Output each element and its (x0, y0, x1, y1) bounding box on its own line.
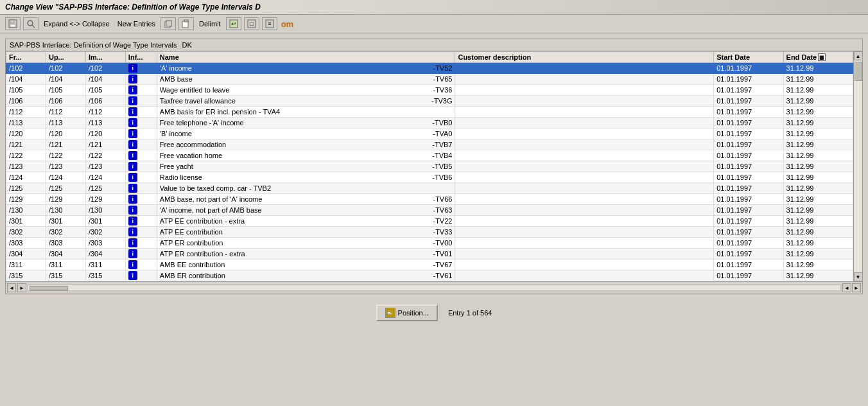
cell-name: Free telephone -'A' income-TVB0 (157, 118, 455, 128)
cell-customer-desc (455, 128, 714, 139)
info-icon[interactable]: i (128, 227, 137, 236)
cell-fr: /120 (6, 128, 46, 139)
toolbar-find-btn[interactable] (23, 17, 39, 30)
calendar-icon[interactable]: ▦ (818, 53, 826, 61)
info-icon[interactable]: i (128, 64, 137, 73)
h-scroll-left-arrow[interactable]: ◄ (7, 283, 16, 292)
info-icon[interactable]: i (128, 162, 137, 171)
cell-inf: i (125, 107, 157, 118)
info-icon[interactable]: i (128, 75, 137, 84)
scroll-up-arrow[interactable]: ▲ (854, 51, 863, 60)
cell-name: AMB basis for ER incl. pension - TVA4 (157, 107, 455, 118)
info-icon[interactable]: i (128, 96, 137, 105)
scrollbar-track[interactable] (854, 60, 862, 272)
svg-rect-18 (388, 313, 392, 314)
table-row[interactable]: /303/303/303iATP ER contribution-TV0001.… (6, 238, 853, 249)
vertical-scrollbar[interactable]: ▲ ▼ (853, 51, 862, 281)
col-header-fr: Fr... (6, 52, 46, 63)
cell-im: /130 (85, 205, 125, 216)
info-icon[interactable]: i (128, 206, 137, 215)
info-icon[interactable]: i (128, 107, 137, 116)
table-row[interactable]: /121/121/121iFree accommodation-TVB701.0… (6, 139, 853, 150)
paste-btn[interactable] (178, 17, 194, 30)
delimit-btn[interactable]: Delimit (196, 19, 223, 29)
scrollbar-thumb[interactable] (855, 62, 862, 81)
table-row[interactable]: /102/102/102i'A' income-TV5201.01.199731… (6, 63, 853, 74)
cell-start-date: 01.01.1997 (714, 216, 783, 227)
toolbar-icon3-btn[interactable]: ≡ (262, 17, 277, 30)
table-row[interactable]: /129/129/129iAMB base, not part of 'A' i… (6, 194, 853, 205)
cell-inf: i (125, 238, 157, 249)
info-icon[interactable]: i (128, 260, 137, 269)
cell-end-date: 31.12.99 (783, 85, 853, 96)
cell-customer-desc (455, 216, 714, 227)
table-row[interactable]: /304/304/304iATP ER contribution - extra… (6, 249, 853, 260)
name-text: AMB ER contribution (160, 272, 431, 279)
svg-rect-8 (184, 20, 188, 22)
info-icon[interactable]: i (128, 140, 137, 149)
cell-customer-desc (455, 238, 714, 249)
cell-inf: i (125, 227, 157, 238)
h-scroll-track[interactable] (28, 285, 841, 291)
new-entries-label: New Entries (117, 20, 155, 28)
info-icon[interactable]: i (128, 238, 137, 247)
cell-im: /102 (85, 63, 125, 74)
info-icon[interactable]: i (128, 195, 137, 204)
bottom-bar: Position... Entry 1 of 564 (5, 299, 863, 326)
info-icon[interactable]: i (128, 151, 137, 160)
info-icon[interactable]: i (128, 271, 137, 280)
col-header-inf: Inf... (125, 52, 157, 63)
table-row[interactable]: /104/104/104iAMB base-TV6501.01.199731.1… (6, 74, 853, 85)
table-row[interactable]: /315/315/315iAMB ER contribution-TV6101.… (6, 270, 853, 281)
toolbar-icon2-btn[interactable]: □ (244, 17, 259, 30)
copy-btn[interactable] (161, 17, 176, 30)
name-text: 'B' income (160, 130, 430, 137)
info-icon[interactable]: i (128, 118, 137, 127)
cell-im: /105 (85, 85, 125, 96)
h-scroll-thumb[interactable] (30, 286, 68, 291)
expand-collapse-btn[interactable]: Expand <-> Collapse (41, 19, 112, 29)
h-scroll-right-arrow[interactable]: ► (17, 283, 26, 292)
table-row[interactable]: /130/130/130i'A' income, not part of AMB… (6, 205, 853, 216)
col-header-start-date: Start Date (714, 52, 783, 63)
new-entries-btn[interactable]: New Entries (115, 19, 158, 29)
table-row[interactable]: /122/122/122iFree vacation home-TVB401.0… (6, 150, 853, 161)
toolbar-icon1-btn[interactable]: ↩ (226, 17, 241, 30)
cell-end-date: 31.12.99 (783, 63, 853, 74)
h-scroll-prev-btn[interactable]: ◄ (842, 283, 851, 292)
cell-start-date: 01.01.1997 (714, 270, 783, 281)
table-row[interactable]: /113/113/113iFree telephone -'A' income-… (6, 118, 853, 128)
position-label: Position... (398, 309, 429, 317)
toolbar-save-btn[interactable] (5, 17, 21, 30)
table-row[interactable]: /112/112/112iAMB basis for ER incl. pens… (6, 107, 853, 118)
svg-rect-2 (10, 24, 15, 27)
cell-name: Wage entitled to leave-TV36 (157, 85, 455, 96)
cell-end-date: 31.12.99 (783, 150, 853, 161)
info-icon[interactable]: i (128, 85, 137, 94)
table-row[interactable]: /105/105/105iWage entitled to leave-TV36… (6, 85, 853, 96)
table-row[interactable]: /124/124/124iRadio license-TVB601.01.199… (6, 172, 853, 183)
info-icon[interactable]: i (128, 173, 137, 182)
info-icon[interactable]: i (128, 184, 137, 193)
position-button[interactable]: Position... (376, 304, 438, 321)
table-row[interactable]: /302/302/302iATP EE contribution-TV3301.… (6, 227, 853, 238)
cell-fr: /302 (6, 227, 46, 238)
info-icon[interactable]: i (128, 129, 137, 138)
table-row[interactable]: /123/123/123iFree yacht-TVB501.01.199731… (6, 161, 853, 172)
table-row[interactable]: /106/106/106iTaxfree travel allowance-TV… (6, 96, 853, 107)
scroll-down-arrow[interactable]: ▼ (854, 272, 863, 281)
table-row[interactable]: /120/120/120i'B' income-TVA001.01.199731… (6, 128, 853, 139)
info-icon[interactable]: i (128, 249, 137, 258)
cell-inf: i (125, 260, 157, 270)
cell-customer-desc (455, 85, 714, 96)
table-row[interactable]: /301/301/301iATP EE contribution - extra… (6, 216, 853, 227)
cell-end-date: 31.12.99 (783, 183, 853, 194)
info-icon[interactable]: i (128, 216, 137, 225)
delimit-label: Delimit (199, 20, 221, 28)
table-row[interactable]: /125/125/125iValue to be taxed comp. car… (6, 183, 853, 194)
entry-info: Entry 1 of 564 (448, 309, 492, 317)
cell-im: /304 (85, 249, 125, 260)
table-row[interactable]: /311/311/311iAMB EE contribution-TV6701.… (6, 260, 853, 270)
cell-fr: /125 (6, 183, 46, 194)
h-scroll-next-btn[interactable]: ► (852, 283, 861, 292)
